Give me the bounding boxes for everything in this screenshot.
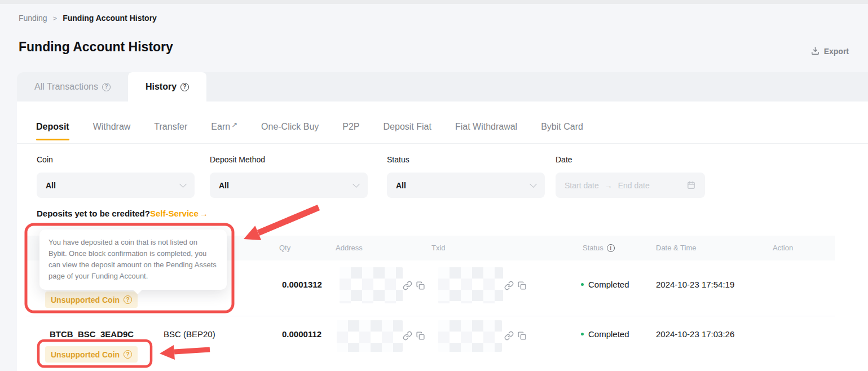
start-date-input[interactable]: Start date — [565, 181, 599, 190]
link-icon[interactable] — [403, 331, 412, 341]
question-circle-icon[interactable]: ? — [124, 295, 132, 304]
coin-name: BTCB_BSC_3EAD9C — [50, 329, 134, 339]
coin-select-value: All — [46, 181, 180, 190]
badge-label: Unsupported Coin — [51, 350, 120, 359]
tab-history[interactable]: History ? — [128, 72, 206, 101]
column-header-txid: Txid — [431, 236, 446, 260]
subtab-withdraw[interactable]: Withdraw — [93, 122, 131, 132]
column-header-qty: Qty — [279, 236, 290, 260]
filter-deposit-method: Deposit Method All — [210, 155, 368, 198]
export-icon — [810, 46, 820, 56]
chevron-down-icon — [179, 180, 187, 188]
breadcrumb: Funding > Funding Account History — [19, 14, 157, 23]
unsupported-coin-badge[interactable]: Unsupported Coin ? — [45, 292, 138, 308]
status-select[interactable]: All — [387, 173, 545, 198]
redacted-txid — [438, 320, 502, 352]
date-range-picker[interactable]: Start date → End date — [556, 173, 705, 198]
chevron-down-icon — [353, 180, 360, 188]
badge-label: Unsupported Coin — [51, 295, 120, 304]
chevron-down-icon — [530, 180, 537, 188]
date-filter-label: Date — [556, 155, 705, 164]
datetime-cell: 2024-10-23 17:54:19 — [656, 280, 734, 289]
page-title: Funding Account History — [19, 39, 173, 55]
subtab-fiat-withdrawal[interactable]: Fiat Withdrawal — [455, 122, 517, 132]
link-icon[interactable] — [403, 281, 412, 290]
status-select-value: All — [396, 181, 531, 190]
filter-status: Status All — [387, 155, 545, 198]
filter-date: Date Start date → End date — [556, 155, 705, 198]
calendar-icon[interactable] — [686, 180, 696, 190]
copy-icon[interactable] — [517, 281, 527, 290]
redacted-txid — [438, 267, 503, 303]
divider — [26, 316, 835, 316]
redacted-address — [337, 320, 403, 352]
window-top-edge — [0, 0, 868, 4]
self-service-link[interactable]: Self-Service — [150, 209, 199, 218]
status-dot — [581, 333, 584, 335]
coin-select[interactable]: All — [37, 173, 195, 198]
deposit-method-select-value: All — [219, 181, 354, 190]
chain-type: BSC (BEP20) — [164, 329, 215, 339]
status-filter-label: Status — [387, 155, 545, 164]
status-cell: Completed — [581, 329, 629, 339]
subtab-earn[interactable]: Earn↗ — [211, 122, 237, 132]
status-label: Completed — [588, 280, 629, 289]
link-icon[interactable] — [504, 281, 514, 290]
qty-value: 0.0000112 — [282, 329, 321, 339]
info-circle-icon[interactable]: ! — [607, 244, 615, 252]
column-header-action: Action — [773, 236, 793, 260]
history-panel: Deposit Withdraw Transfer Earn↗ One-Clic… — [17, 101, 868, 371]
column-header-address: Address — [336, 236, 363, 260]
breadcrumb-parent-link[interactable]: Funding — [19, 14, 47, 23]
unsupported-coin-badge[interactable]: Unsupported Coin ? — [45, 346, 138, 363]
status-label: Completed — [588, 329, 629, 339]
end-date-input[interactable]: End date — [618, 181, 650, 190]
subtab-transfer[interactable]: Transfer — [154, 122, 187, 132]
datetime-cell: 2024-10-23 17:03:26 — [656, 329, 734, 339]
copy-icon[interactable] — [416, 331, 425, 341]
breadcrumb-current: Funding Account History — [63, 14, 157, 23]
status-cell: Completed — [581, 280, 629, 289]
column-header-status: Status ! — [583, 236, 615, 260]
status-header-label: Status — [583, 236, 603, 260]
subtab-p2p[interactable]: P2P — [342, 122, 359, 132]
question-circle-icon[interactable]: ? — [124, 350, 132, 359]
subtab-one-click-buy[interactable]: One-Click Buy — [261, 122, 319, 132]
tooltip-text: You have deposited a coin that is not li… — [49, 238, 217, 280]
subtab-bybit-card[interactable]: Bybit Card — [541, 122, 583, 132]
copy-icon[interactable] — [517, 331, 527, 341]
export-button[interactable]: Export — [810, 46, 849, 56]
subtab-deposit[interactable]: Deposit — [36, 122, 69, 132]
tab-all-transactions[interactable]: All Transactions ? — [17, 72, 128, 101]
unsupported-coin-tooltip: You have deposited a coin that is not li… — [39, 229, 227, 290]
divider — [17, 143, 868, 144]
status-dot — [581, 283, 584, 286]
subtab-deposit-fiat[interactable]: Deposit Fiat — [384, 122, 431, 132]
external-link-icon: ↗ — [231, 121, 237, 129]
question-circle-icon[interactable]: ? — [102, 83, 111, 91]
pending-deposit-notice: Deposits yet to be credited?Self-Service… — [37, 209, 208, 218]
link-icon[interactable] — [504, 331, 514, 341]
breadcrumb-separator: > — [53, 14, 58, 23]
notice-text: Deposits yet to be credited? — [37, 209, 150, 218]
redacted-address — [340, 267, 403, 303]
arrow-right-icon: → — [200, 209, 208, 218]
range-arrow-icon: → — [605, 181, 613, 190]
question-circle-icon[interactable]: ? — [180, 83, 189, 91]
copy-icon[interactable] — [416, 281, 425, 290]
export-label: Export — [824, 47, 849, 56]
subtab-earn-label: Earn — [211, 122, 230, 131]
tab-bar: All Transactions ? History ? — [17, 72, 868, 101]
tab-all-transactions-label: All Transactions — [34, 82, 98, 92]
filter-coin: Coin All — [37, 155, 195, 198]
coin-filter-label: Coin — [37, 155, 195, 164]
deposit-method-select[interactable]: All — [210, 173, 368, 198]
deposit-method-filter-label: Deposit Method — [210, 155, 368, 164]
column-header-datetime: Date & Time — [656, 236, 697, 260]
qty-value: 0.0001312 — [282, 280, 322, 289]
subtab-bar: Deposit Withdraw Transfer Earn↗ One-Clic… — [36, 122, 583, 132]
tab-history-label: History — [146, 82, 177, 92]
